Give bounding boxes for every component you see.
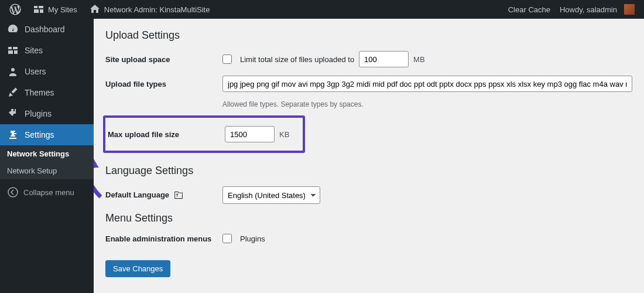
plugins-icon [7, 108, 19, 120]
dashboard-icon [7, 23, 19, 35]
sidebar-item-plugins[interactable]: Plugins [0, 103, 94, 124]
sidebar-item-label: Themes [25, 88, 54, 97]
checkbox-plugins-menu[interactable] [222, 234, 232, 243]
sidebar-item-label: Plugins [25, 109, 52, 118]
settings-icon [7, 129, 19, 141]
label-limit-total: Limit total size of files uploaded to [240, 55, 354, 64]
row-enable-admin-menus: Enable administration menus Plugins [105, 234, 632, 243]
submenu-label: Network Settings [7, 149, 69, 158]
appearance-icon [7, 87, 19, 98]
label-default-language-text: Default Language [105, 190, 169, 199]
sidebar-item-label: Users [25, 67, 46, 76]
label-plugins-check: Plugins [240, 234, 265, 243]
input-max-upload-kb[interactable] [225, 126, 275, 142]
sidebar-item-label: Dashboard [25, 25, 65, 34]
sidebar-item-sites[interactable]: Sites [0, 40, 94, 61]
howdy-label: Howdy, saladmin [560, 5, 617, 14]
main-content: Upload Settings Site upload space Limit … [94, 19, 644, 293]
heading-menu-settings: Menu Settings [105, 212, 632, 224]
sidebar-item-settings[interactable]: Settings [0, 124, 94, 145]
sidebar-item-users[interactable]: Users [0, 61, 94, 82]
sidebar-item-dashboard[interactable]: Dashboard [0, 19, 94, 40]
label-upload-file-types: Upload file types [105, 80, 222, 88]
svg-point-0 [8, 188, 18, 197]
sites-icon [33, 4, 44, 15]
users-icon [7, 66, 19, 77]
label-default-language: Default Language [105, 190, 222, 200]
wordpress-icon [9, 4, 21, 15]
heading-language-settings: Language Settings [105, 165, 632, 177]
wp-logo-menu[interactable] [5, 0, 26, 19]
clear-cache-label: Clear Cache [508, 5, 550, 14]
clear-cache-link[interactable]: Clear Cache [503, 0, 555, 19]
input-file-types[interactable] [222, 76, 632, 92]
sidebar-item-label: Sites [25, 46, 43, 55]
highlight-max-upload: Max upload file size KB [103, 115, 305, 153]
unit-kb: KB [279, 130, 289, 139]
avatar [624, 4, 635, 15]
checkbox-limit-upload[interactable] [222, 54, 232, 64]
row-max-upload: Max upload file size KB [105, 126, 303, 142]
sidebar-item-label: Settings [25, 130, 54, 139]
row-upload-file-types: Upload file types [105, 76, 632, 92]
my-sites-label: My Sites [48, 5, 77, 14]
save-button[interactable]: Save Changes [105, 260, 170, 277]
submenu-network-settings[interactable]: Network Settings [0, 145, 94, 162]
label-max-upload: Max upload file size [108, 130, 225, 139]
submenu-label: Network Setup [7, 166, 57, 175]
unit-mb: MB [413, 55, 425, 64]
network-admin-label: Network Admin: KinstaMultiSite [104, 5, 210, 14]
collapse-menu[interactable]: Collapse menu [0, 182, 94, 203]
admin-bar: My Sites Network Admin: KinstaMultiSite … [0, 0, 644, 19]
sidebar-item-themes[interactable]: Themes [0, 82, 94, 103]
admin-sidebar: Dashboard Sites Users Themes Plugins Set… [0, 19, 94, 293]
network-admin-link[interactable]: Network Admin: KinstaMultiSite [84, 0, 215, 19]
heading-upload-settings: Upload Settings [105, 29, 632, 42]
save-button-label: Save Changes [113, 264, 163, 273]
input-upload-space-mb[interactable] [359, 51, 409, 67]
settings-submenu: Network Settings Network Setup [0, 145, 94, 179]
translate-icon [174, 190, 183, 200]
row-default-language: Default Language English (United States) [105, 186, 632, 204]
sites-icon [7, 45, 19, 56]
account-menu[interactable]: Howdy, saladmin [555, 0, 639, 19]
my-sites-menu[interactable]: My Sites [28, 0, 82, 19]
collapse-label: Collapse menu [23, 188, 74, 197]
row-site-upload-space: Site upload space Limit total size of fi… [105, 51, 632, 67]
home-icon [89, 4, 101, 15]
select-language[interactable]: English (United States) [222, 186, 320, 204]
label-enable-admin-menus: Enable administration menus [105, 234, 222, 243]
label-site-upload-space: Site upload space [105, 55, 222, 64]
desc-allowed-types: Allowed file types. Separate types by sp… [222, 100, 632, 108]
collapse-icon [7, 186, 19, 198]
submenu-network-setup[interactable]: Network Setup [0, 162, 94, 179]
